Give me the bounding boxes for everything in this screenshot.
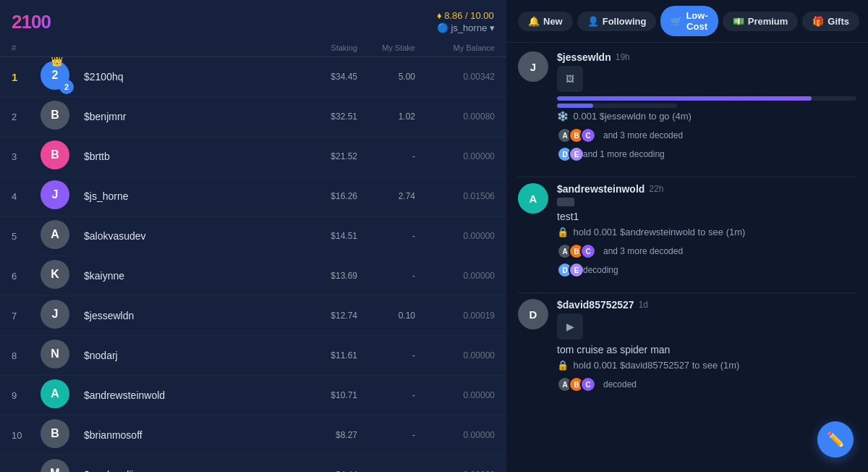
user-name[interactable]: 🔵 js_horne ▾ <box>437 22 495 33</box>
post-time: 19h <box>616 52 630 62</box>
col-balance: My Balance <box>415 43 495 52</box>
col-hash: # <box>12 43 41 52</box>
balance-value: 0.01506 <box>415 191 495 201</box>
reaction-avatars: A B C <box>557 127 592 143</box>
right-panel-wrapper: 🔔 New 👤 Following 🛒 Low-Cost 💵 Premium 🎁… <box>506 0 868 472</box>
stake-value: - <box>357 350 415 361</box>
edit-icon: ✏️ <box>827 431 845 448</box>
rank-number: 11 <box>12 470 41 473</box>
post-lock-info: ❄️ 0.001 $jessewldn to go (4m) <box>557 111 856 122</box>
rank-number: 10 <box>12 430 41 441</box>
reaction-text-2: decoding <box>583 265 618 275</box>
username[interactable]: $brttb <box>84 151 292 162</box>
post-card: A $andrewsteinwold 22h test1 🔒 hold 0.00… <box>518 183 856 278</box>
rank-number: 7 <box>12 311 41 321</box>
table-row[interactable]: 5 A $alokvasudev $14.51 - 0.00000 <box>0 216 506 256</box>
post-username[interactable]: $jessewldn <box>557 51 611 63</box>
avatar-container: 👑 2 2 <box>41 61 72 93</box>
username[interactable]: $nodarj <box>84 350 292 361</box>
chevron-down-icon: ▾ <box>490 22 495 33</box>
table-row[interactable]: 10 B $brianmosoff $8.27 - 0.00000 <box>0 416 506 455</box>
avatar: M <box>41 459 69 472</box>
post-avatar[interactable]: D <box>518 299 548 329</box>
table-row[interactable]: 4 J $js_horne $16.26 2.74 0.01506 <box>0 177 506 216</box>
rank-number: 6 <box>12 271 41 282</box>
avatar-container: A <box>41 220 72 252</box>
progress-bar-sm <box>557 104 677 108</box>
rank-number: 1 <box>12 71 41 83</box>
post-content: $andrewsteinwold 22h test1 🔒 hold 0.001 … <box>557 183 856 278</box>
stake-value: - <box>357 151 415 161</box>
rank-number: 4 <box>12 191 41 202</box>
username[interactable]: $jessewldn <box>84 310 292 321</box>
table-row[interactable]: 1 👑 2 2 $2100hq $34.45 5.00 0.00342 <box>0 57 506 97</box>
table-row[interactable]: 11 M $markoprljic $4.44 - 0.00000 <box>0 455 506 472</box>
following-button[interactable]: 👤 Following <box>577 12 657 31</box>
reaction-text-2: and 1 more decoding <box>583 149 665 159</box>
rank-number: 8 <box>12 350 41 361</box>
stake-value: 2.74 <box>357 191 415 201</box>
table-row[interactable]: 9 A $andrewsteinwold $10.71 - 0.00000 <box>0 376 506 416</box>
post-time: 22h <box>649 184 663 194</box>
table-row[interactable]: 8 N $nodarj $11.61 - 0.00000 <box>0 336 506 376</box>
new-button[interactable]: 🔔 New <box>518 12 573 31</box>
avatar-container: B <box>41 101 72 132</box>
table-row[interactable]: 6 K $kaiynne $13.69 - 0.00000 <box>0 256 506 296</box>
post-content: $david85752527 1d ▶ tom cruise as spider… <box>557 299 856 392</box>
post-header: $david85752527 1d <box>557 299 856 311</box>
post-username[interactable]: $david85752527 <box>557 299 634 311</box>
username[interactable]: $andrewsteinwold <box>84 389 292 401</box>
table-row[interactable]: 7 J $jessewldn $12.74 0.10 0.00019 <box>0 296 506 336</box>
divider <box>518 177 856 177</box>
lock-icon: 🔒 <box>557 227 569 237</box>
col-name <box>84 43 292 52</box>
top-nav: 🔔 New 👤 Following 🛒 Low-Cost 💵 Premium 🎁… <box>506 0 868 43</box>
post-username[interactable]: $andrewsteinwold <box>557 183 644 195</box>
table-row[interactable]: 2 B $benjmnr $32.51 1.02 0.00080 <box>0 97 506 137</box>
table-row[interactable]: 3 B $brttb $21.52 - 0.00000 <box>0 137 506 177</box>
balance-value: 0.00342 <box>415 72 495 82</box>
lowcost-button[interactable]: 🛒 Low-Cost <box>660 6 718 36</box>
username[interactable]: $kaiynne <box>84 270 292 282</box>
post-reactions: A B C decoded <box>557 376 856 392</box>
stake-value: 0.10 <box>357 311 415 321</box>
post-avatar[interactable]: A <box>518 183 548 214</box>
table-header: # Staking My Stake My Balance <box>0 39 506 57</box>
post-avatar[interactable]: J <box>518 51 548 82</box>
video-thumbnail: ▶ <box>557 313 583 340</box>
stake-value: - <box>357 271 415 281</box>
avatar: B <box>41 101 69 130</box>
reaction-avatar: C <box>580 243 596 259</box>
bell-icon: 🔔 <box>528 16 540 27</box>
balance-value: 0.00000 <box>415 430 495 440</box>
username[interactable]: $alokvasudev <box>84 230 292 242</box>
username[interactable]: $benjmnr <box>84 111 292 122</box>
post-text: test1 <box>557 211 856 222</box>
staking-value: $16.26 <box>292 191 357 201</box>
reaction-avatars-2: D E <box>557 262 580 278</box>
reaction-text: decoded <box>603 379 637 389</box>
staking-value: $12.74 <box>292 311 357 321</box>
username[interactable]: $2100hq <box>84 71 292 83</box>
gifts-button[interactable]: 🎁 Gifts <box>802 12 859 31</box>
username[interactable]: $markoprljic <box>84 469 292 472</box>
avatar: J <box>41 300 69 329</box>
staking-value: $14.51 <box>292 231 357 241</box>
staking-value: $13.69 <box>292 271 357 281</box>
avatar: K <box>41 260 69 289</box>
staking-value: $8.27 <box>292 430 357 440</box>
compose-button[interactable]: ✏️ <box>817 421 854 458</box>
balance-value: 0.00000 <box>415 231 495 241</box>
avatar: B <box>41 140 69 169</box>
person-icon: 👤 <box>587 16 599 27</box>
app-logo[interactable]: 2100 <box>12 11 51 33</box>
cart-icon: 🛒 <box>671 16 682 27</box>
post-content: $jessewldn 19h 🖼 ❄️ 0.001 $jessewldn to … <box>557 51 856 162</box>
rank-number: 9 <box>12 390 41 401</box>
rank-number: 5 <box>12 231 41 242</box>
reactions-row-2: D E decoding <box>557 262 856 278</box>
reaction-text: and 3 more decoded <box>603 130 683 140</box>
premium-button[interactable]: 💵 Premium <box>723 12 799 31</box>
username[interactable]: $js_horne <box>84 190 292 202</box>
username[interactable]: $brianmosoff <box>84 429 292 441</box>
